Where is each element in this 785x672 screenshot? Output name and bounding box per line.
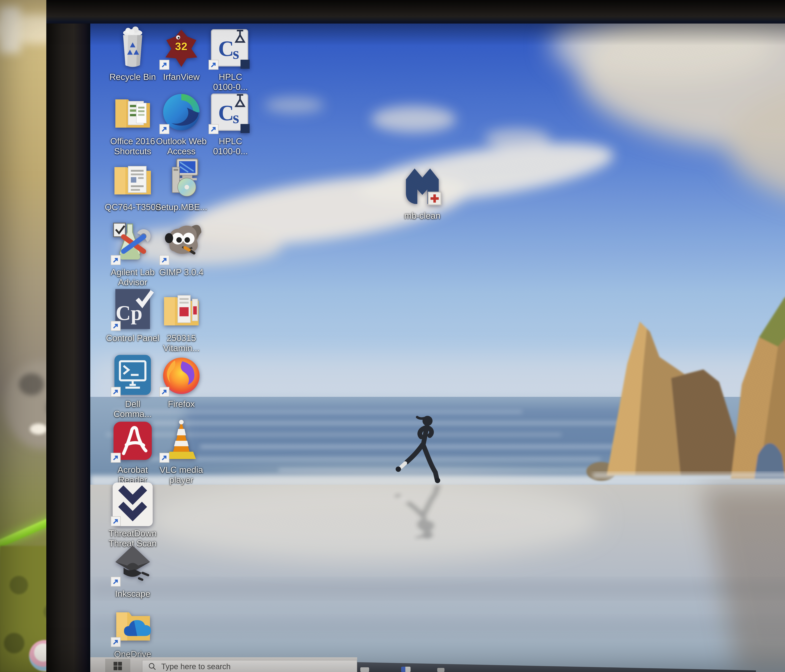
desktop-icon-setup-mbe[interactable]: Setup.MBE... xyxy=(159,155,204,212)
svg-text:C: C xyxy=(218,101,234,125)
vitamin-folder-icon xyxy=(159,286,204,332)
wall-highlight xyxy=(0,6,20,53)
equipment-knob xyxy=(19,373,44,395)
shortcut-arrow-icon xyxy=(111,255,121,265)
specular-highlight xyxy=(30,424,47,435)
desktop-icon-vlc[interactable]: VLC media player xyxy=(159,418,204,485)
taskbar-search[interactable]: Type here to search xyxy=(142,660,357,672)
window-glyph xyxy=(437,668,444,672)
desktop-icon-hplc-2[interactable]: CsHPLC 0100-0... xyxy=(208,89,253,156)
setup-mbe-icon xyxy=(159,155,204,201)
photo-of-monitor: Recycle Bin32IrfanViewCsHPLC 0100-0...Of… xyxy=(0,0,785,672)
gimp-icon xyxy=(159,220,204,266)
threatdown-icon xyxy=(110,482,155,527)
monitor-bezel-left xyxy=(46,0,90,672)
svg-text:C: C xyxy=(218,37,234,61)
onedrive-icon xyxy=(110,602,155,648)
firefox-icon xyxy=(159,352,204,398)
outlook-web-icon xyxy=(159,89,204,135)
hplc-2-icon: Cs xyxy=(208,89,253,135)
desktop-icon-label: HPLC 0100-0... xyxy=(197,72,264,92)
windows-logo-icon xyxy=(113,661,123,671)
shortcut-arrow-icon xyxy=(111,516,121,526)
dell-command-icon xyxy=(110,352,155,398)
search-placeholder: Type here to search xyxy=(161,662,231,671)
desktop-icon-gimp[interactable]: GIMP 3.0.4 xyxy=(159,220,204,277)
acrobat-icon xyxy=(110,418,155,463)
desktop-icon-onedrive[interactable]: OneDrive xyxy=(110,602,155,659)
svg-text:s: s xyxy=(233,44,239,62)
search-icon xyxy=(148,662,156,671)
control-panel-icon: Cp xyxy=(110,286,155,332)
icon-badge: 32 xyxy=(159,40,204,52)
desktop-icon-firefox[interactable]: Firefox xyxy=(159,352,204,409)
shortcut-arrow-icon xyxy=(208,59,219,70)
desktop-icon-label: HPLC 0100-0... xyxy=(197,136,264,156)
desktop-icon-inkscape[interactable]: Inkscape xyxy=(110,542,155,599)
desktop-icon-hplc-1[interactable]: CsHPLC 0100-0... xyxy=(208,25,253,92)
monitor-bezel-top xyxy=(46,0,785,23)
shortcut-arrow-icon xyxy=(159,124,170,134)
shortcut-arrow-icon xyxy=(159,387,170,397)
desktop-icon-label: Firefox xyxy=(148,399,215,409)
shortcut-arrow-icon xyxy=(159,59,170,70)
agilent-icon xyxy=(110,220,155,266)
qc-folder-icon xyxy=(110,155,155,201)
desktop-screen: Recycle Bin32IrfanViewCsHPLC 0100-0...Of… xyxy=(90,23,785,672)
office-folder-icon xyxy=(110,89,155,135)
shortcut-arrow-icon xyxy=(111,452,121,463)
irfanview-icon: 32 xyxy=(159,25,204,70)
shortcut-arrow-icon xyxy=(159,255,170,265)
desktop-icon-mb-clean[interactable]: mb-clean xyxy=(400,164,445,221)
svg-text:s: s xyxy=(233,109,239,127)
shortcut-arrow-icon xyxy=(111,637,121,647)
desktop-icon-label: mb-clean xyxy=(389,210,456,221)
inkscape-icon xyxy=(110,542,155,588)
shortcut-arrow-icon xyxy=(208,124,219,134)
shortcut-arrow-icon xyxy=(111,387,121,397)
desktop-icon-label: VLC media player xyxy=(148,465,215,485)
desktop-icon-label: Inkscape xyxy=(99,589,166,599)
window-glyph xyxy=(360,667,369,672)
window-glyph xyxy=(401,667,411,672)
shortcut-arrow-icon xyxy=(111,577,121,587)
desktop-icon-threatdown[interactable]: ThreatDown Threat Scan xyxy=(110,482,155,549)
shortcut-arrow-icon xyxy=(111,321,121,331)
mb-clean-icon xyxy=(400,164,445,209)
recycle-bin-icon xyxy=(110,25,155,70)
desktop-icon-vitamin-folder[interactable]: 250315 Vitamin... xyxy=(159,286,204,353)
desktop-icon-label: GIMP 3.0.4 xyxy=(148,267,215,277)
hplc-1-icon: Cs xyxy=(208,25,253,70)
desktop-icon-label: Setup.MBE... xyxy=(148,202,215,212)
desktop-icon-label: 250315 Vitamin... xyxy=(148,333,215,353)
start-button[interactable] xyxy=(105,659,130,672)
vlc-icon xyxy=(159,418,204,463)
shortcut-arrow-icon xyxy=(159,452,170,463)
